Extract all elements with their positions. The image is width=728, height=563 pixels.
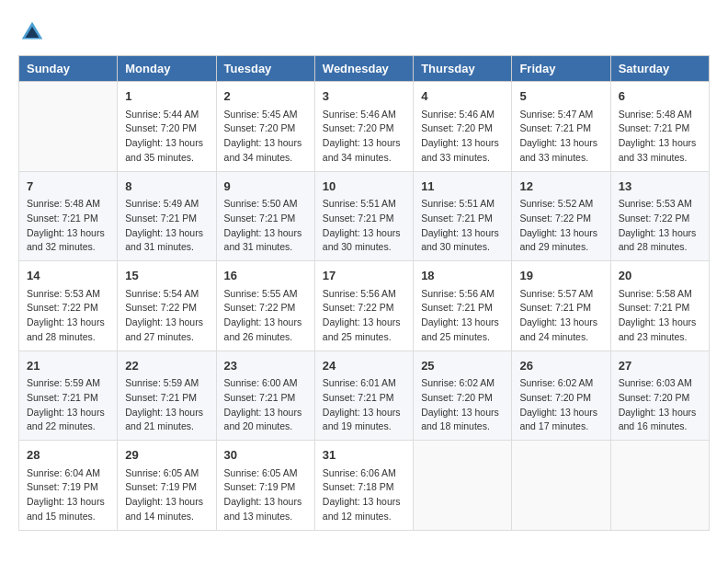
calendar-cell: 22Sunrise: 5:59 AMSunset: 7:21 PMDayligh… bbox=[118, 350, 216, 441]
day-info: Sunrise: 6:06 AMSunset: 7:18 PMDaylight:… bbox=[323, 466, 405, 524]
day-info: Sunrise: 5:59 AMSunset: 7:21 PMDaylight:… bbox=[125, 376, 208, 434]
calendar-cell: 30Sunrise: 6:05 AMSunset: 7:19 PMDayligh… bbox=[216, 441, 314, 531]
day-number: 6 bbox=[619, 87, 701, 106]
calendar-cell: 21Sunrise: 5:59 AMSunset: 7:21 PMDayligh… bbox=[19, 350, 118, 441]
day-info: Sunrise: 6:00 AMSunset: 7:21 PMDaylight:… bbox=[224, 376, 307, 434]
day-number: 17 bbox=[323, 267, 405, 285]
calendar-cell: 5Sunrise: 5:47 AMSunset: 7:21 PMDaylight… bbox=[512, 82, 610, 172]
day-number: 31 bbox=[323, 446, 405, 465]
day-number: 8 bbox=[125, 178, 208, 196]
day-info: Sunrise: 5:48 AMSunset: 7:21 PMDaylight:… bbox=[619, 108, 701, 166]
calendar-cell bbox=[19, 82, 118, 172]
day-number: 7 bbox=[27, 178, 109, 196]
day-info: Sunrise: 6:04 AMSunset: 7:19 PMDaylight:… bbox=[27, 466, 109, 524]
calendar-cell: 12Sunrise: 5:52 AMSunset: 7:22 PMDayligh… bbox=[512, 171, 610, 261]
day-number: 12 bbox=[519, 178, 602, 196]
day-info: Sunrise: 6:02 AMSunset: 7:20 PMDaylight:… bbox=[421, 376, 504, 434]
day-info: Sunrise: 5:46 AMSunset: 7:20 PMDaylight:… bbox=[323, 108, 405, 166]
day-info: Sunrise: 5:50 AMSunset: 7:21 PMDaylight:… bbox=[224, 197, 307, 255]
calendar-cell: 3Sunrise: 5:46 AMSunset: 7:20 PMDaylight… bbox=[314, 82, 413, 172]
day-number: 15 bbox=[125, 267, 208, 285]
day-number: 20 bbox=[619, 267, 701, 285]
day-number: 28 bbox=[27, 446, 109, 465]
day-number: 27 bbox=[619, 357, 701, 375]
calendar-cell bbox=[414, 441, 512, 531]
day-number: 5 bbox=[519, 87, 602, 106]
calendar-cell: 1Sunrise: 5:44 AMSunset: 7:20 PMDaylight… bbox=[118, 82, 216, 172]
day-info: Sunrise: 6:05 AMSunset: 7:19 PMDaylight:… bbox=[224, 466, 307, 524]
calendar-week-row: 1Sunrise: 5:44 AMSunset: 7:20 PMDaylight… bbox=[19, 82, 710, 172]
weekday-header-friday: Friday bbox=[512, 56, 610, 82]
calendar-cell: 31Sunrise: 6:06 AMSunset: 7:18 PMDayligh… bbox=[314, 441, 413, 531]
calendar-week-row: 21Sunrise: 5:59 AMSunset: 7:21 PMDayligh… bbox=[19, 350, 710, 441]
calendar-cell: 18Sunrise: 5:56 AMSunset: 7:21 PMDayligh… bbox=[414, 261, 512, 351]
calendar-cell: 14Sunrise: 5:53 AMSunset: 7:22 PMDayligh… bbox=[19, 261, 118, 351]
calendar-body: 1Sunrise: 5:44 AMSunset: 7:20 PMDaylight… bbox=[19, 82, 710, 531]
day-number: 16 bbox=[224, 267, 307, 285]
day-info: Sunrise: 6:01 AMSunset: 7:21 PMDaylight:… bbox=[323, 376, 405, 434]
day-number: 1 bbox=[125, 87, 208, 106]
day-info: Sunrise: 5:51 AMSunset: 7:21 PMDaylight:… bbox=[421, 197, 504, 255]
weekday-header-row: SundayMondayTuesdayWednesdayThursdayFrid… bbox=[19, 56, 710, 82]
day-info: Sunrise: 6:05 AMSunset: 7:19 PMDaylight:… bbox=[125, 466, 208, 524]
day-info: Sunrise: 5:44 AMSunset: 7:20 PMDaylight:… bbox=[125, 108, 208, 166]
day-number: 25 bbox=[421, 357, 504, 375]
calendar-cell: 7Sunrise: 5:48 AMSunset: 7:21 PMDaylight… bbox=[19, 171, 118, 261]
calendar-cell: 17Sunrise: 5:56 AMSunset: 7:22 PMDayligh… bbox=[314, 261, 413, 351]
day-info: Sunrise: 6:03 AMSunset: 7:20 PMDaylight:… bbox=[619, 376, 701, 434]
calendar-cell: 9Sunrise: 5:50 AMSunset: 7:21 PMDaylight… bbox=[216, 171, 314, 261]
day-number: 10 bbox=[323, 178, 405, 196]
day-info: Sunrise: 5:46 AMSunset: 7:20 PMDaylight:… bbox=[421, 108, 504, 166]
weekday-header-wednesday: Wednesday bbox=[314, 56, 413, 82]
page-header bbox=[18, 18, 710, 46]
day-number: 19 bbox=[519, 267, 602, 285]
calendar-table: SundayMondayTuesdayWednesdayThursdayFrid… bbox=[18, 55, 710, 531]
calendar-week-row: 28Sunrise: 6:04 AMSunset: 7:19 PMDayligh… bbox=[19, 441, 710, 531]
day-info: Sunrise: 5:49 AMSunset: 7:21 PMDaylight:… bbox=[125, 197, 208, 255]
calendar-cell: 25Sunrise: 6:02 AMSunset: 7:20 PMDayligh… bbox=[414, 350, 512, 441]
calendar-cell: 19Sunrise: 5:57 AMSunset: 7:21 PMDayligh… bbox=[512, 261, 610, 351]
day-number: 22 bbox=[125, 357, 208, 375]
day-number: 21 bbox=[27, 357, 109, 375]
day-info: Sunrise: 5:48 AMSunset: 7:21 PMDaylight:… bbox=[27, 197, 109, 255]
day-number: 3 bbox=[323, 87, 405, 106]
weekday-header-saturday: Saturday bbox=[610, 56, 709, 82]
logo-icon bbox=[18, 18, 46, 46]
day-number: 29 bbox=[125, 446, 208, 465]
day-info: Sunrise: 5:45 AMSunset: 7:20 PMDaylight:… bbox=[224, 108, 307, 166]
calendar-header: SundayMondayTuesdayWednesdayThursdayFrid… bbox=[19, 56, 710, 82]
day-info: Sunrise: 5:58 AMSunset: 7:21 PMDaylight:… bbox=[619, 287, 701, 345]
calendar-cell: 6Sunrise: 5:48 AMSunset: 7:21 PMDaylight… bbox=[610, 82, 709, 172]
day-number: 23 bbox=[224, 357, 307, 375]
calendar-cell: 16Sunrise: 5:55 AMSunset: 7:22 PMDayligh… bbox=[216, 261, 314, 351]
calendar-cell: 27Sunrise: 6:03 AMSunset: 7:20 PMDayligh… bbox=[610, 350, 709, 441]
calendar-cell: 4Sunrise: 5:46 AMSunset: 7:20 PMDaylight… bbox=[414, 82, 512, 172]
calendar-week-row: 7Sunrise: 5:48 AMSunset: 7:21 PMDaylight… bbox=[19, 171, 710, 261]
day-info: Sunrise: 5:56 AMSunset: 7:21 PMDaylight:… bbox=[421, 287, 504, 345]
day-info: Sunrise: 5:47 AMSunset: 7:21 PMDaylight:… bbox=[519, 108, 602, 166]
day-info: Sunrise: 5:51 AMSunset: 7:21 PMDaylight:… bbox=[323, 197, 405, 255]
calendar-cell: 8Sunrise: 5:49 AMSunset: 7:21 PMDaylight… bbox=[118, 171, 216, 261]
calendar-cell: 24Sunrise: 6:01 AMSunset: 7:21 PMDayligh… bbox=[314, 350, 413, 441]
weekday-header-thursday: Thursday bbox=[414, 56, 512, 82]
day-number: 4 bbox=[421, 87, 504, 106]
calendar-cell: 28Sunrise: 6:04 AMSunset: 7:19 PMDayligh… bbox=[19, 441, 118, 531]
day-info: Sunrise: 5:56 AMSunset: 7:22 PMDaylight:… bbox=[323, 287, 405, 345]
calendar-cell: 11Sunrise: 5:51 AMSunset: 7:21 PMDayligh… bbox=[414, 171, 512, 261]
day-number: 9 bbox=[224, 178, 307, 196]
weekday-header-monday: Monday bbox=[118, 56, 216, 82]
calendar-cell: 23Sunrise: 6:00 AMSunset: 7:21 PMDayligh… bbox=[216, 350, 314, 441]
day-info: Sunrise: 5:55 AMSunset: 7:22 PMDaylight:… bbox=[224, 287, 307, 345]
calendar-cell: 15Sunrise: 5:54 AMSunset: 7:22 PMDayligh… bbox=[118, 261, 216, 351]
calendar-cell: 26Sunrise: 6:02 AMSunset: 7:20 PMDayligh… bbox=[512, 350, 610, 441]
day-info: Sunrise: 5:53 AMSunset: 7:22 PMDaylight:… bbox=[27, 287, 109, 345]
day-number: 14 bbox=[27, 267, 109, 285]
calendar-cell: 13Sunrise: 5:53 AMSunset: 7:22 PMDayligh… bbox=[610, 171, 709, 261]
day-number: 30 bbox=[224, 446, 307, 465]
day-number: 11 bbox=[421, 178, 504, 196]
calendar-cell: 10Sunrise: 5:51 AMSunset: 7:21 PMDayligh… bbox=[314, 171, 413, 261]
day-info: Sunrise: 5:52 AMSunset: 7:22 PMDaylight:… bbox=[519, 197, 602, 255]
day-number: 13 bbox=[619, 178, 701, 196]
logo bbox=[18, 18, 48, 46]
weekday-header-sunday: Sunday bbox=[19, 56, 118, 82]
